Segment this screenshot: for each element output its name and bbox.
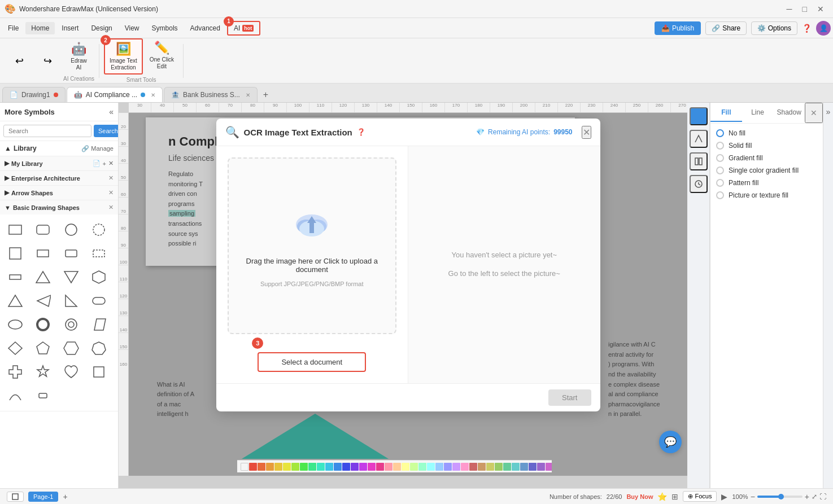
color-5[interactable] [283,463,291,471]
menu-insert[interactable]: Insert [56,22,84,34]
color-26[interactable] [461,463,469,471]
color-9[interactable] [317,463,325,471]
menu-file[interactable]: File [2,22,24,34]
my-library-add-btn[interactable]: + [103,160,106,167]
color-transparent[interactable] [241,463,248,471]
sidebar-collapse-btn[interactable]: « [109,107,114,116]
shape-hexagon[interactable] [88,266,110,288]
color-20[interactable] [410,463,418,471]
fit-page-btn[interactable]: ⤢ [812,493,817,501]
search-input[interactable] [3,125,91,137]
focus-btn[interactable]: ⊕ Focus [683,491,717,502]
shape-rect[interactable] [5,219,26,240]
color-36[interactable] [546,463,552,471]
shape-heptagon[interactable] [88,338,110,359]
shape-arc[interactable] [5,385,26,406]
help-btn[interactable]: ❓ [802,24,812,33]
menu-advanced[interactable]: Advanced [185,22,226,34]
my-library-close-btn[interactable]: ✕ [108,160,114,167]
color-18[interactable] [393,463,401,471]
tab-bank-close[interactable]: ✕ [246,92,250,98]
image-text-extraction-btn[interactable]: 🖼️ Image TextExtraction [104,38,143,74]
zoom-thumb[interactable] [778,494,784,499]
color-2[interactable] [258,463,265,471]
tab-drawing1[interactable]: 📄 Drawing1 [2,87,66,102]
shape-ring[interactable] [32,314,54,335]
menu-symbols[interactable]: Symbols [146,22,184,34]
color-35[interactable] [537,463,545,471]
fill-panel-btn[interactable] [690,107,708,125]
canvas-content[interactable]: n Compliance Life sciences regulatory Re… [129,113,687,476]
color-34[interactable] [529,463,537,471]
menu-view[interactable]: View [119,22,145,34]
arrow-close[interactable]: ✕ [108,189,114,196]
search-btn[interactable]: Search [94,125,119,137]
my-library-header[interactable]: ▶ My Library 📄 + ✕ [0,156,118,170]
fill-option-gradient[interactable]: Gradient fill [716,154,817,162]
shape-pentagon[interactable] [32,338,54,359]
shape-rect5[interactable] [88,361,110,383]
chat-bubble[interactable]: 💬 [659,431,682,453]
edraw-ai-btn[interactable]: 🤖 EdrawAI [66,40,93,73]
color-24[interactable] [444,463,452,471]
shape-rect2[interactable] [32,243,54,264]
color-1[interactable] [249,463,257,471]
shape-rect3[interactable] [60,243,82,264]
shape-triangle[interactable] [32,266,54,288]
zoom-in-btn[interactable]: + [805,492,809,501]
color-3[interactable] [266,463,274,471]
redo-btn[interactable]: ↪ [34,52,61,69]
color-31[interactable] [503,463,511,471]
shape-parallelogram[interactable] [88,314,110,335]
fill-option-no-fill[interactable]: No fill [716,129,817,137]
shape-triangle2[interactable] [60,266,82,288]
shape-small-rect[interactable] [5,266,26,288]
page-thumbnail-btn[interactable] [7,492,24,502]
tab-ai-compliance[interactable]: 🤖 AI Compliance ... ✕ [67,87,163,102]
tab-fill[interactable]: Fill [710,104,742,122]
color-12[interactable] [342,463,350,471]
color-6[interactable] [291,463,299,471]
shape-heart[interactable] [60,361,82,383]
color-30[interactable] [495,463,503,471]
tab-bank-business[interactable]: 🏦 Bank Business S... ✕ [164,87,258,102]
color-4[interactable] [274,463,282,471]
color-17[interactable] [385,463,392,471]
right-collapse-btn[interactable]: » [826,107,831,116]
history-panel-btn[interactable] [690,175,708,193]
select-document-btn[interactable]: Select a document [258,352,366,372]
publish-btn[interactable]: 📤 Publish [655,21,701,35]
color-33[interactable] [520,463,528,471]
fill-radio-6[interactable] [716,191,724,199]
manage-btn[interactable]: 🔗 Manage [81,145,114,152]
shape-ring2[interactable] [60,314,82,335]
basic-header[interactable]: ▼ Basic Drawing Shapes ✕ [0,200,118,214]
menu-home[interactable]: Home [25,22,55,34]
my-library-new-btn[interactable]: 📄 [93,160,101,167]
color-10[interactable] [325,463,333,471]
undo-btn[interactable]: ↩ [6,52,33,69]
fill-option-picture[interactable]: Picture or texture fill [716,191,817,199]
shape-hexagon2[interactable] [60,338,82,359]
fill-radio-5[interactable] [716,179,724,187]
minimize-btn[interactable]: ─ [782,3,797,15]
style-panel-btn[interactable] [690,130,708,148]
color-28[interactable] [478,463,486,471]
enterprise-close[interactable]: ✕ [108,174,114,182]
color-22[interactable] [427,463,435,471]
shape-right-triangle[interactable] [60,290,82,312]
color-13[interactable] [351,463,359,471]
modal-close-btn[interactable]: ✕ [582,126,591,139]
zoom-out-btn[interactable]: − [751,492,755,501]
layers-btn[interactable]: ⊞ [671,492,678,501]
arrow-header[interactable]: ▶ Arrow Shapes ✕ [0,186,118,200]
enterprise-header[interactable]: ▶ Enterprise Architecture ✕ [0,171,118,185]
play-btn[interactable]: ▶ [721,492,727,501]
fill-option-solid[interactable]: Solid fill [716,142,817,150]
panel-close-btn[interactable]: ✕ [805,103,823,123]
fill-radio-2[interactable] [716,142,724,150]
color-11[interactable] [334,463,342,471]
shape-ellipse[interactable] [5,314,26,335]
shape-rect4[interactable] [88,243,110,264]
share-btn[interactable]: 🔗 Share [705,21,747,35]
